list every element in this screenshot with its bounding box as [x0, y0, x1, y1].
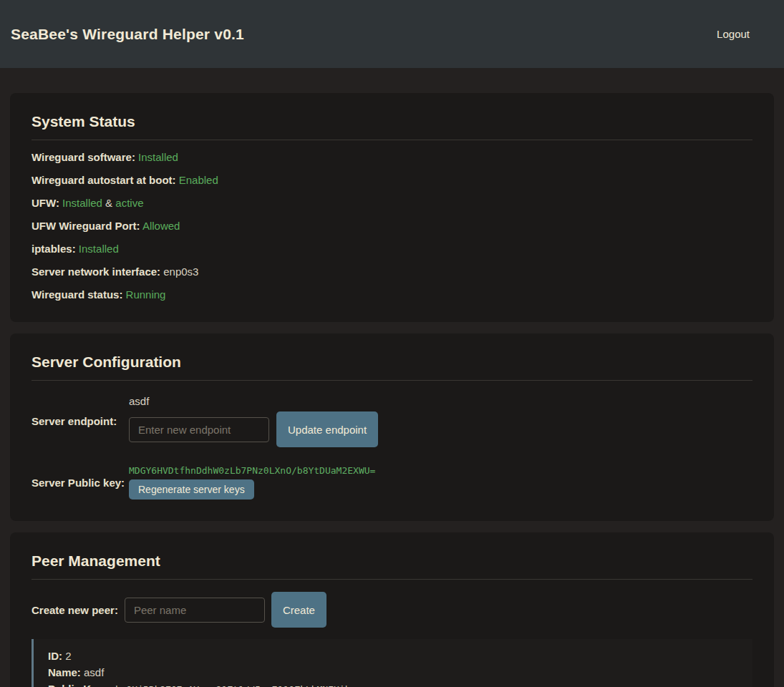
- server-public-key-control: MDGY6HVDtfhnDdhW0zLb7PNz0LXnO/b8YtDUaM2E…: [129, 466, 375, 500]
- status-label: UFW:: [32, 197, 59, 209]
- peer-public-key-label: Public Key:: [48, 683, 107, 687]
- peer-management-title: Peer Management: [32, 552, 752, 570]
- logout-link[interactable]: Logout: [717, 28, 750, 40]
- status-value: Enabled: [179, 174, 218, 186]
- section-divider: [32, 380, 752, 381]
- server-endpoint-row: Server endpoint: asdf Update endpoint: [32, 395, 752, 447]
- peer-id-label: ID:: [48, 650, 62, 662]
- update-endpoint-button[interactable]: Update endpoint: [276, 411, 378, 447]
- server-configuration-card: Server Configuration Server endpoint: as…: [10, 333, 774, 521]
- peer-entry: ID: 2 Name: asdf Public Key: ckyOHj5Bk87…: [32, 639, 752, 687]
- status-label: Wireguard autostart at boot:: [32, 174, 176, 186]
- status-label: iptables:: [32, 243, 76, 255]
- status-row-iptables: iptables: Installed: [32, 243, 752, 255]
- peer-id-value: 2: [65, 650, 71, 662]
- section-divider: [32, 579, 752, 580]
- peer-id-line: ID: 2: [48, 651, 738, 662]
- server-public-key-value: MDGY6HVDtfhnDdhW0zLb7PNz0LXnO/b8YtDUaM2E…: [129, 466, 375, 476]
- status-row-ufw-port: UFW Wireguard Port: Allowed: [32, 220, 752, 232]
- peer-management-card: Peer Management Create new peer: Create …: [10, 532, 774, 687]
- status-value: Installed: [79, 243, 119, 255]
- system-status-title: System Status: [32, 113, 752, 130]
- new-endpoint-input[interactable]: [129, 417, 269, 442]
- status-value: Installed: [138, 151, 178, 163]
- server-public-key-label: Server Public key:: [32, 477, 129, 489]
- regenerate-keys-button[interactable]: Regenerate server keys: [129, 479, 254, 500]
- status-value: active: [115, 197, 143, 209]
- status-row-autostart: Wireguard autostart at boot: Enabled: [32, 175, 752, 186]
- status-row-ufw: UFW: Installed & active: [32, 198, 752, 209]
- app-title: SeaBee's Wireguard Helper v0.1: [11, 26, 244, 43]
- peer-name-line: Name: asdf: [48, 667, 738, 678]
- current-endpoint-value: asdf: [129, 395, 378, 407]
- peer-name-input[interactable]: [125, 598, 265, 623]
- status-row-wireguard-status: Wireguard status: Running: [32, 289, 752, 301]
- create-peer-row: Create new peer: Create: [32, 592, 752, 628]
- peer-public-key-line: Public Key: ckyOHj5Bk8707gAYmcn81Zt1//5y…: [48, 683, 738, 687]
- peer-name-value: asdf: [84, 666, 104, 678]
- status-value: Installed: [62, 197, 102, 209]
- status-label: UFW Wireguard Port:: [32, 220, 140, 232]
- server-endpoint-label: Server endpoint:: [32, 415, 129, 427]
- status-label: Server network interface:: [32, 265, 160, 278]
- status-label: Wireguard status:: [32, 288, 122, 301]
- server-endpoint-control: asdf Update endpoint: [129, 395, 378, 447]
- status-row-wireguard-software: Wireguard software: Installed: [32, 152, 752, 163]
- create-peer-label: Create new peer:: [32, 604, 118, 616]
- peer-public-key-value: ckyOHj5Bk8707gAYmcn81Zt1//5ym7110ZkLkMNF…: [110, 684, 356, 687]
- server-configuration-title: Server Configuration: [32, 354, 752, 371]
- create-peer-button[interactable]: Create: [271, 592, 326, 628]
- main-content: System Status Wireguard software: Instal…: [0, 68, 784, 687]
- status-separator: &: [105, 197, 112, 209]
- peer-name-label: Name:: [48, 666, 81, 678]
- app-header: SeaBee's Wireguard Helper v0.1 Logout: [0, 0, 784, 68]
- section-divider: [32, 140, 752, 140]
- server-public-key-row: Server Public key: MDGY6HVDtfhnDdhW0zLb7…: [32, 466, 752, 500]
- system-status-card: System Status Wireguard software: Instal…: [10, 93, 774, 322]
- status-row-interface: Server network interface: enp0s3: [32, 266, 752, 278]
- status-value: Allowed: [142, 220, 180, 232]
- status-value: enp0s3: [163, 265, 198, 278]
- status-value: Running: [126, 288, 166, 301]
- status-label: Wireguard software:: [32, 151, 135, 163]
